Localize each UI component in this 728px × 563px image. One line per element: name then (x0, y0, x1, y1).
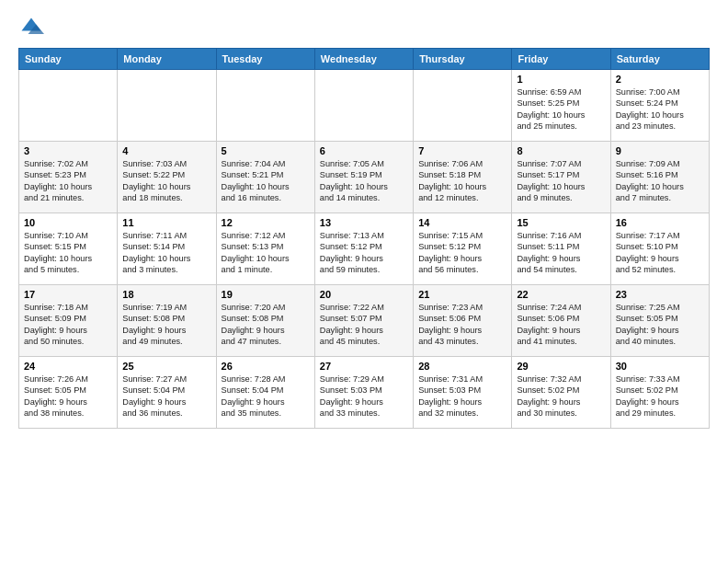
day-info: Sunrise: 7:16 AM Sunset: 5:11 PM Dayligh… (517, 230, 605, 276)
day-number: 28 (418, 361, 506, 372)
calendar: SundayMondayTuesdayWednesdayThursdayFrid… (18, 48, 710, 429)
day-number: 14 (418, 217, 506, 228)
weekday-header-saturday: Saturday (610, 49, 709, 70)
day-number: 27 (320, 361, 408, 372)
day-info: Sunrise: 7:09 AM Sunset: 5:16 PM Dayligh… (616, 158, 704, 204)
calendar-cell: 15Sunrise: 7:16 AM Sunset: 5:11 PM Dayli… (512, 213, 610, 285)
calendar-cell: 2Sunrise: 7:00 AM Sunset: 5:24 PM Daylig… (610, 70, 709, 142)
weekday-header-friday: Friday (512, 49, 610, 70)
day-number: 17 (24, 289, 112, 300)
calendar-cell (414, 70, 512, 142)
day-info: Sunrise: 7:06 AM Sunset: 5:18 PM Dayligh… (418, 158, 506, 204)
day-info: Sunrise: 7:00 AM Sunset: 5:24 PM Dayligh… (616, 86, 704, 132)
header (18, 15, 710, 40)
day-number: 1 (517, 74, 605, 85)
weekday-header-monday: Monday (118, 49, 216, 70)
day-number: 19 (222, 289, 310, 300)
calendar-cell: 8Sunrise: 7:07 AM Sunset: 5:17 PM Daylig… (512, 142, 610, 213)
calendar-cell: 13Sunrise: 7:13 AM Sunset: 5:12 PM Dayli… (314, 213, 413, 285)
calendar-cell: 9Sunrise: 7:09 AM Sunset: 5:16 PM Daylig… (610, 142, 709, 213)
day-info: Sunrise: 7:24 AM Sunset: 5:06 PM Dayligh… (517, 302, 605, 348)
calendar-cell: 28Sunrise: 7:31 AM Sunset: 5:03 PM Dayli… (414, 357, 512, 429)
day-info: Sunrise: 7:10 AM Sunset: 5:15 PM Dayligh… (24, 230, 112, 276)
day-info: Sunrise: 7:20 AM Sunset: 5:08 PM Dayligh… (222, 302, 310, 348)
day-number: 9 (616, 145, 704, 156)
day-info: Sunrise: 7:15 AM Sunset: 5:12 PM Dayligh… (418, 230, 506, 276)
calendar-cell: 18Sunrise: 7:19 AM Sunset: 5:08 PM Dayli… (118, 285, 216, 357)
day-number: 11 (122, 217, 210, 228)
day-number: 30 (616, 361, 704, 372)
day-number: 6 (320, 145, 408, 156)
day-info: Sunrise: 7:29 AM Sunset: 5:03 PM Dayligh… (320, 373, 408, 419)
calendar-cell: 29Sunrise: 7:32 AM Sunset: 5:02 PM Dayli… (512, 357, 610, 429)
day-info: Sunrise: 7:13 AM Sunset: 5:12 PM Dayligh… (320, 230, 408, 276)
day-info: Sunrise: 7:02 AM Sunset: 5:23 PM Dayligh… (24, 158, 112, 204)
page: SundayMondayTuesdayWednesdayThursdayFrid… (0, 0, 728, 563)
calendar-cell: 4Sunrise: 7:03 AM Sunset: 5:22 PM Daylig… (118, 142, 216, 213)
day-info: Sunrise: 6:59 AM Sunset: 5:25 PM Dayligh… (517, 86, 605, 132)
calendar-cell: 5Sunrise: 7:04 AM Sunset: 5:21 PM Daylig… (216, 142, 314, 213)
calendar-cell: 20Sunrise: 7:22 AM Sunset: 5:07 PM Dayli… (314, 285, 413, 357)
calendar-cell: 26Sunrise: 7:28 AM Sunset: 5:04 PM Dayli… (216, 357, 314, 429)
day-number: 29 (517, 361, 605, 372)
calendar-cell: 6Sunrise: 7:05 AM Sunset: 5:19 PM Daylig… (314, 142, 413, 213)
day-number: 23 (616, 289, 704, 300)
weekday-header-wednesday: Wednesday (314, 49, 413, 70)
calendar-cell: 22Sunrise: 7:24 AM Sunset: 5:06 PM Dayli… (512, 285, 610, 357)
calendar-cell: 27Sunrise: 7:29 AM Sunset: 5:03 PM Dayli… (314, 357, 413, 429)
day-number: 18 (122, 289, 210, 300)
day-number: 4 (122, 145, 210, 156)
day-number: 7 (418, 145, 506, 156)
day-info: Sunrise: 7:19 AM Sunset: 5:08 PM Dayligh… (122, 302, 210, 348)
day-number: 15 (517, 217, 605, 228)
logo (18, 15, 48, 40)
calendar-cell: 17Sunrise: 7:18 AM Sunset: 5:09 PM Dayli… (19, 285, 118, 357)
day-number: 16 (616, 217, 704, 228)
day-number: 2 (616, 74, 704, 85)
day-info: Sunrise: 7:26 AM Sunset: 5:05 PM Dayligh… (24, 373, 112, 419)
calendar-cell: 19Sunrise: 7:20 AM Sunset: 5:08 PM Dayli… (216, 285, 314, 357)
day-info: Sunrise: 7:28 AM Sunset: 5:04 PM Dayligh… (222, 373, 310, 419)
day-info: Sunrise: 7:32 AM Sunset: 5:02 PM Dayligh… (517, 373, 605, 419)
day-number: 24 (24, 361, 112, 372)
day-number: 22 (517, 289, 605, 300)
day-number: 26 (222, 361, 310, 372)
day-info: Sunrise: 7:23 AM Sunset: 5:06 PM Dayligh… (418, 302, 506, 348)
calendar-cell (118, 70, 216, 142)
weekday-header-sunday: Sunday (19, 49, 118, 70)
calendar-cell: 14Sunrise: 7:15 AM Sunset: 5:12 PM Dayli… (414, 213, 512, 285)
day-number: 25 (122, 361, 210, 372)
weekday-header-thursday: Thursday (414, 49, 512, 70)
day-info: Sunrise: 7:27 AM Sunset: 5:04 PM Dayligh… (122, 373, 210, 419)
calendar-cell: 10Sunrise: 7:10 AM Sunset: 5:15 PM Dayli… (19, 213, 118, 285)
day-info: Sunrise: 7:12 AM Sunset: 5:13 PM Dayligh… (222, 230, 310, 276)
weekday-header-tuesday: Tuesday (216, 49, 314, 70)
calendar-cell: 1Sunrise: 6:59 AM Sunset: 5:25 PM Daylig… (512, 70, 610, 142)
day-info: Sunrise: 7:33 AM Sunset: 5:02 PM Dayligh… (616, 373, 704, 419)
calendar-cell: 7Sunrise: 7:06 AM Sunset: 5:18 PM Daylig… (414, 142, 512, 213)
day-number: 13 (320, 217, 408, 228)
day-number: 20 (320, 289, 408, 300)
day-number: 8 (517, 145, 605, 156)
day-number: 21 (418, 289, 506, 300)
calendar-cell: 3Sunrise: 7:02 AM Sunset: 5:23 PM Daylig… (19, 142, 118, 213)
logo-icon (18, 15, 44, 40)
day-number: 5 (222, 145, 310, 156)
day-info: Sunrise: 7:11 AM Sunset: 5:14 PM Dayligh… (122, 230, 210, 276)
day-info: Sunrise: 7:22 AM Sunset: 5:07 PM Dayligh… (320, 302, 408, 348)
day-number: 10 (24, 217, 112, 228)
day-info: Sunrise: 7:25 AM Sunset: 5:05 PM Dayligh… (616, 302, 704, 348)
calendar-cell: 21Sunrise: 7:23 AM Sunset: 5:06 PM Dayli… (414, 285, 512, 357)
calendar-cell: 11Sunrise: 7:11 AM Sunset: 5:14 PM Dayli… (118, 213, 216, 285)
calendar-cell (19, 70, 118, 142)
day-number: 3 (24, 145, 112, 156)
day-info: Sunrise: 7:04 AM Sunset: 5:21 PM Dayligh… (222, 158, 310, 204)
day-info: Sunrise: 7:07 AM Sunset: 5:17 PM Dayligh… (517, 158, 605, 204)
day-info: Sunrise: 7:03 AM Sunset: 5:22 PM Dayligh… (122, 158, 210, 204)
calendar-cell (314, 70, 413, 142)
day-number: 12 (222, 217, 310, 228)
day-info: Sunrise: 7:31 AM Sunset: 5:03 PM Dayligh… (418, 373, 506, 419)
calendar-cell: 24Sunrise: 7:26 AM Sunset: 5:05 PM Dayli… (19, 357, 118, 429)
calendar-cell: 16Sunrise: 7:17 AM Sunset: 5:10 PM Dayli… (610, 213, 709, 285)
calendar-cell: 12Sunrise: 7:12 AM Sunset: 5:13 PM Dayli… (216, 213, 314, 285)
